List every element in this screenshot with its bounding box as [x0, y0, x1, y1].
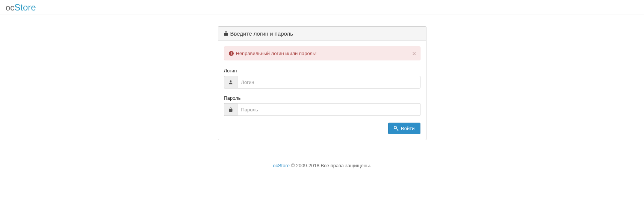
logo-suffix: Store [14, 2, 36, 12]
password-input-group [224, 103, 420, 116]
logo-prefix: oc [6, 3, 14, 12]
footer-text: © 2009-2018 Все права защищены. [290, 163, 371, 168]
footer-link[interactable]: ocStore [273, 163, 290, 168]
password-group: Пароль [224, 95, 420, 116]
lock-icon [224, 31, 228, 36]
password-label: Пароль [224, 95, 420, 101]
alert-message: Неправильный логин и/или пароль! [236, 51, 317, 56]
svg-point-3 [230, 80, 231, 82]
panel-title: Введите логин и пароль [230, 30, 293, 37]
login-label: Логин [224, 68, 420, 74]
login-container: Введите логин и пароль Неправильный логи… [218, 26, 426, 140]
user-icon [224, 76, 237, 88]
logo[interactable]: ocStore [6, 2, 36, 13]
panel-body: Неправильный логин и/или пароль! × Логин [218, 41, 426, 140]
login-panel: Введите логин и пароль Неправильный логи… [218, 26, 426, 140]
key-icon [394, 126, 399, 131]
submit-row: Войти [224, 123, 420, 134]
login-group: Логин [224, 68, 420, 88]
alert-icon [229, 51, 234, 56]
password-input[interactable] [237, 103, 420, 116]
svg-rect-1 [231, 52, 231, 54]
header: ocStore [0, 0, 644, 15]
footer: ocStore © 2009-2018 Все права защищены. [0, 163, 644, 168]
login-input[interactable] [237, 76, 420, 88]
panel-heading: Введите логин и пароль [218, 27, 426, 41]
login-button-label: Войти [401, 126, 414, 131]
login-input-group [224, 76, 420, 88]
login-button[interactable]: Войти [388, 123, 420, 134]
lock-icon [224, 103, 237, 116]
alert-close-button[interactable]: × [412, 50, 416, 57]
error-alert: Неправильный логин и/или пароль! × [224, 46, 420, 60]
svg-rect-2 [231, 54, 231, 55]
